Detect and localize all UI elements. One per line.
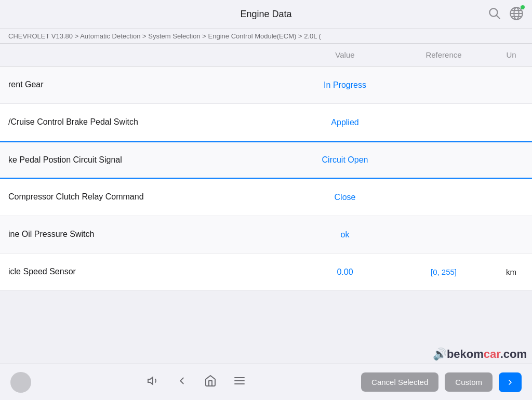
- globe-icon-wrapper[interactable]: [509, 6, 524, 23]
- row-unit: [490, 191, 532, 204]
- row-reference: [397, 154, 490, 166]
- breadcrumb: CHEVROLET V13.80 > Automatic Detection >…: [0, 29, 532, 44]
- back-icon[interactable]: [176, 375, 188, 390]
- row-value: ok: [293, 224, 397, 246]
- globe-status-badge: [520, 5, 525, 10]
- row-value: 0.00: [293, 261, 397, 283]
- watermark: 🔊bekomcar.com: [0, 348, 532, 361]
- row-label: ke Pedal Postion Circuit Signal: [0, 148, 293, 172]
- table-row[interactable]: ke Pedal Postion Circuit Signal Circuit …: [0, 141, 532, 179]
- col-header-value: Value: [293, 50, 397, 59]
- row-reference: [397, 191, 490, 204]
- table-row[interactable]: Compressor Clutch Relay Command Close: [0, 179, 532, 216]
- row-value: Applied: [293, 112, 397, 134]
- svg-line-1: [497, 15, 500, 18]
- confirm-button[interactable]: [499, 372, 522, 392]
- home-icon[interactable]: [204, 375, 217, 390]
- menu-icon[interactable]: [233, 375, 246, 390]
- row-unit: [490, 116, 532, 129]
- navigation-icons: [147, 375, 246, 390]
- table-header-row: Value Reference Un: [0, 44, 532, 66]
- action-buttons: Cancel Selected Custom: [361, 372, 522, 392]
- watermark-text: 🔊bekomcar.com: [433, 348, 527, 361]
- svg-marker-7: [148, 377, 153, 384]
- col-header-unit: Un: [490, 50, 532, 59]
- row-reference: [397, 79, 490, 91]
- row-label: ine Oil Pressure Switch: [0, 222, 293, 246]
- bottom-navigation-bar: Cancel Selected Custom: [0, 364, 532, 400]
- row-value: Circuit Open: [293, 149, 397, 171]
- table-row[interactable]: /Cruise Control Brake Pedal Switch Appli…: [0, 104, 532, 141]
- cancel-selected-button[interactable]: Cancel Selected: [361, 372, 438, 392]
- row-label: /Cruise Control Brake Pedal Switch: [0, 110, 293, 134]
- row-value: Close: [293, 186, 397, 208]
- row-unit: [490, 79, 532, 91]
- page-title: Engine Data: [240, 9, 291, 20]
- custom-button[interactable]: Custom: [445, 372, 493, 392]
- search-icon[interactable]: [487, 6, 501, 23]
- row-reference: [0, 255]: [397, 261, 490, 283]
- row-label: rent Gear: [0, 73, 293, 97]
- table-row[interactable]: rent Gear In Progress: [0, 66, 532, 104]
- data-table: Value Reference Un rent Gear In Progress…: [0, 44, 532, 291]
- row-label: icle Speed Sensor: [0, 260, 293, 284]
- row-unit: [490, 229, 532, 241]
- col-header-reference: Reference: [397, 50, 490, 59]
- app-header: Engine Data: [0, 0, 532, 29]
- row-reference: [397, 116, 490, 129]
- row-unit: km: [490, 261, 532, 283]
- table-row[interactable]: ine Oil Pressure Switch ok: [0, 216, 532, 254]
- row-label: Compressor Clutch Relay Command: [0, 185, 293, 209]
- row-reference: [397, 229, 490, 241]
- row-unit: [490, 154, 532, 166]
- volume-icon[interactable]: [147, 375, 159, 390]
- table-row[interactable]: icle Speed Sensor 0.00 [0, 255] km: [0, 254, 532, 291]
- avatar: [10, 372, 31, 393]
- row-value: In Progress: [293, 74, 397, 96]
- header-icons: [487, 6, 524, 23]
